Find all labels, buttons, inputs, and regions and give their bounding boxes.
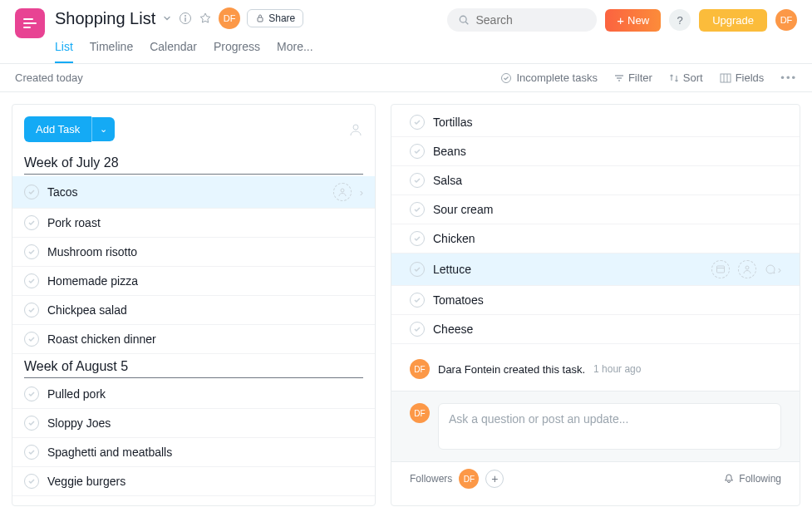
task-name: Sloppy Joes [47, 416, 363, 430]
subtask-row[interactable]: Tortillas [391, 108, 800, 137]
user-avatar[interactable]: DF [219, 7, 240, 29]
task-name: Roast chicken dinner [47, 332, 363, 346]
complete-checkbox[interactable] [410, 144, 425, 159]
complete-checkbox[interactable] [410, 173, 425, 188]
complete-checkbox[interactable] [410, 115, 425, 130]
complete-checkbox[interactable] [24, 445, 39, 460]
task-detail-panel: TortillasBeansSalsaSour creamChickenLett… [391, 104, 800, 506]
activity-avatar: DF [410, 359, 430, 379]
task-row[interactable]: Tacos› [12, 176, 375, 209]
assignee-icon[interactable] [348, 122, 363, 137]
svg-point-4 [185, 15, 186, 17]
subtask-row[interactable]: Sour cream [391, 195, 800, 224]
sort-button[interactable]: Sort [669, 71, 703, 84]
complete-checkbox[interactable] [410, 322, 425, 337]
complete-checkbox[interactable] [410, 231, 425, 246]
complete-checkbox[interactable] [24, 185, 39, 199]
activity-text: Dara Fontein created this task. [438, 363, 585, 376]
star-icon[interactable] [199, 12, 212, 25]
comment-input[interactable]: Ask a question or post an update... [438, 403, 781, 450]
complete-checkbox[interactable] [24, 215, 39, 230]
svg-point-16 [353, 125, 358, 130]
complete-checkbox[interactable] [24, 386, 39, 401]
task-row[interactable]: Mushroom risotto [12, 238, 375, 267]
followers-label: Followers [410, 473, 452, 485]
following-button[interactable]: Following [723, 473, 781, 485]
tab-calendar[interactable]: Calendar [150, 35, 197, 63]
task-list-panel: Add Task ⌄ Week of July 28Tacos›Pork roa… [12, 104, 376, 506]
task-name: Homemade pizza [47, 274, 363, 288]
section-title[interactable]: Week of August 5 [24, 359, 363, 378]
task-row[interactable]: Chickpea salad [12, 296, 375, 325]
assignee-placeholder-icon[interactable] [333, 183, 352, 201]
user-avatar-menu[interactable]: DF [775, 9, 797, 31]
complete-checkbox[interactable] [24, 273, 39, 288]
complete-checkbox[interactable] [24, 474, 39, 489]
subtask-row[interactable]: Tomatoes [391, 286, 800, 315]
complete-checkbox[interactable] [410, 293, 425, 308]
subtask-row[interactable]: Lettuce› [391, 254, 800, 286]
search-input[interactable] [475, 13, 585, 27]
complete-checkbox[interactable] [410, 262, 425, 277]
svg-rect-6 [258, 17, 263, 22]
section-title[interactable]: Week of July 28 [24, 155, 363, 175]
complete-checkbox[interactable] [24, 332, 39, 347]
task-row[interactable]: Spaghetti and meatballs [12, 438, 375, 467]
filter-button[interactable]: Filter [614, 71, 652, 84]
task-name: Mushroom risotto [47, 245, 363, 258]
add-follower-button[interactable]: + [485, 470, 504, 488]
task-row[interactable]: Pork roast [12, 209, 375, 238]
svg-rect-0 [23, 18, 33, 20]
fields-button[interactable]: Fields [720, 71, 765, 84]
svg-rect-13 [721, 74, 731, 82]
task-row[interactable]: Veggie burgers [12, 467, 375, 496]
complete-checkbox[interactable] [410, 202, 425, 217]
help-button[interactable]: ? [669, 9, 691, 31]
svg-rect-18 [716, 266, 724, 273]
task-row[interactable]: Sloppy Joes [12, 409, 375, 438]
sort-icon [669, 73, 679, 83]
tab-timeline[interactable]: Timeline [90, 35, 133, 63]
task-row[interactable]: Roast chicken dinner [12, 325, 375, 354]
complete-checkbox[interactable] [24, 244, 39, 259]
lock-icon [255, 13, 265, 23]
share-button[interactable]: Share [247, 9, 303, 27]
add-task-dropdown[interactable]: ⌄ [91, 117, 115, 141]
comment-icon[interactable]: › [765, 263, 781, 276]
upgrade-button[interactable]: Upgrade [699, 9, 767, 32]
assignee-placeholder-icon[interactable] [738, 260, 756, 278]
bell-icon [723, 473, 735, 485]
incomplete-tasks-filter[interactable]: Incomplete tasks [500, 71, 598, 84]
svg-rect-2 [23, 27, 31, 28]
subtask-name: Beans [433, 145, 781, 158]
add-task-button[interactable]: Add Task [24, 116, 91, 142]
project-title[interactable]: Shopping List [55, 9, 155, 28]
subtask-name: Sour cream [433, 203, 781, 216]
subtask-row[interactable]: Beans [391, 137, 800, 166]
subtask-row[interactable]: Cheese [391, 315, 800, 344]
new-button[interactable]: +New [605, 9, 661, 32]
filter-icon [614, 73, 624, 83]
task-row[interactable]: Pulled pork [12, 380, 375, 409]
task-name: Spaghetti and meatballs [47, 446, 363, 459]
complete-checkbox[interactable] [24, 303, 39, 318]
tab-list[interactable]: List [55, 35, 73, 63]
complete-checkbox[interactable] [24, 416, 39, 431]
chevron-down-icon[interactable] [162, 13, 172, 23]
task-name: Pulled pork [47, 387, 363, 401]
follower-avatar[interactable]: DF [459, 469, 479, 489]
tab-more[interactable]: More... [277, 35, 313, 63]
created-label: Created today [15, 71, 83, 84]
task-row[interactable]: Homemade pizza [12, 267, 375, 296]
info-icon[interactable] [179, 12, 192, 25]
subtask-row[interactable]: Salsa [391, 166, 800, 195]
task-name: Tacos [47, 185, 325, 199]
tab-progress[interactable]: Progress [214, 35, 260, 63]
search-box[interactable] [447, 8, 597, 32]
subtask-row[interactable]: Chicken [391, 224, 800, 254]
svg-point-9 [502, 73, 511, 82]
subtask-name: Lettuce [433, 263, 703, 276]
project-icon[interactable] [15, 8, 45, 38]
date-placeholder-icon[interactable] [711, 260, 730, 278]
more-options-icon[interactable]: ••• [780, 71, 797, 84]
